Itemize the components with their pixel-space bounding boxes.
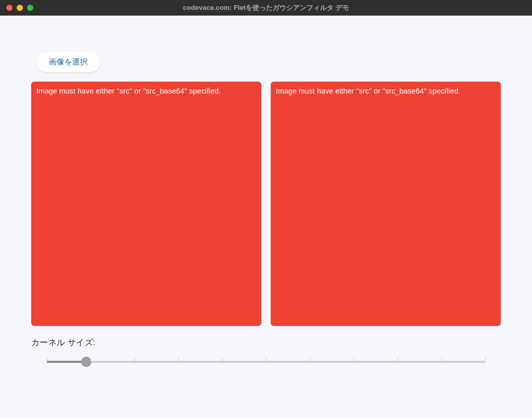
main-content: 画像を選択 Image must have either "src" or "s… bbox=[0, 16, 532, 373]
window-title: codevace.com: Fletを使ったガウシアンフィルタ デモ bbox=[183, 3, 349, 12]
titlebar[interactable]: codevace.com: Fletを使ったガウシアンフィルタ デモ bbox=[0, 0, 532, 16]
kernel-size-label: カーネル サイズ: bbox=[31, 337, 501, 348]
slider-fill bbox=[47, 361, 86, 363]
source-image-panel: Image must have either "src" or "src_bas… bbox=[31, 82, 261, 326]
traffic-lights bbox=[6, 5, 33, 11]
filtered-image-panel: Image must have either "src" or "src_bas… bbox=[271, 82, 501, 326]
minimize-icon[interactable] bbox=[17, 5, 23, 11]
select-image-button[interactable]: 画像を選択 bbox=[36, 52, 100, 72]
slider-track[interactable] bbox=[47, 361, 485, 363]
maximize-icon[interactable] bbox=[27, 5, 33, 11]
image-panels: Image must have either "src" or "src_bas… bbox=[31, 82, 501, 326]
slider-thumb[interactable] bbox=[81, 357, 91, 367]
image-error-text: Image must have either "src" or "src_bas… bbox=[276, 87, 460, 95]
close-icon[interactable] bbox=[6, 5, 12, 11]
kernel-size-slider[interactable] bbox=[31, 361, 501, 363]
image-error-text: Image must have either "src" or "src_bas… bbox=[36, 87, 221, 95]
